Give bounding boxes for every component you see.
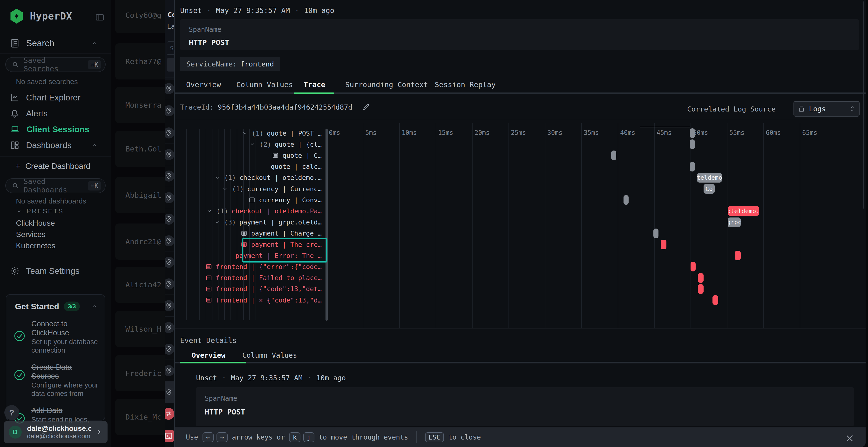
sidebar-item-alerts[interactable]: Alerts	[0, 105, 111, 122]
rail-event-location[interactable]	[165, 143, 174, 166]
rail-event-location[interactable]	[165, 230, 174, 252]
span-bar[interactable]	[698, 284, 704, 294]
span-bar[interactable]	[623, 195, 628, 205]
rail-event-location[interactable]	[165, 359, 174, 381]
rail-event-location[interactable]	[165, 122, 174, 144]
user-menu[interactable]: D dale@clickhouse.com dale@clickhouse.co…	[4, 421, 107, 443]
trace-drawer: Unset · May 27 9:35:57 AM · 10m ago Span…	[174, 0, 866, 447]
span-bar[interactable]	[661, 240, 666, 249]
location-pin-icon	[165, 387, 174, 398]
rail-event-location[interactable]	[165, 316, 174, 338]
saved-dashboards-input[interactable]: Saved Dashboards ⌘K	[5, 178, 105, 193]
tab-session-replay[interactable]: Session Replay	[435, 80, 496, 89]
sidebar-item-chart-explorer[interactable]: Chart Explorer	[0, 90, 111, 105]
rail-event-location[interactable]	[165, 295, 174, 316]
sidebar-item-dashboards[interactable]: Dashboards	[0, 137, 111, 153]
span-bar[interactable]	[735, 251, 741, 260]
exchange-icon	[165, 408, 174, 420]
location-pin-icon	[165, 365, 174, 376]
tab-overview[interactable]: Overview	[186, 80, 221, 89]
trace-tree-row[interactable]: frontend | × {"code":13,"d…	[205, 295, 322, 306]
trace-tree-row[interactable]: frontend | {"code":13,"det…	[205, 283, 322, 295]
help-button[interactable]: ?	[4, 405, 19, 420]
trace-tree-row[interactable]: payment | Charge …	[240, 228, 322, 239]
saved-searches-input[interactable]: Saved Searches ⌘K	[5, 57, 105, 72]
presets-toggle[interactable]: PRESETS	[16, 208, 64, 215]
rail-search-input[interactable]: Sea	[166, 41, 174, 55]
tab-trace[interactable]: Trace	[304, 80, 325, 89]
tab-column-values[interactable]: Column Values	[236, 80, 293, 89]
edit-icon[interactable]	[362, 103, 370, 111]
waterfall-scrollbar[interactable]	[326, 129, 328, 321]
session-card[interactable]: Wilson_H	[115, 311, 165, 347]
span-bar[interactable]	[611, 150, 616, 160]
rail-event-location[interactable]	[165, 77, 174, 100]
terminal-icon	[165, 430, 174, 442]
span-bar[interactable]	[653, 229, 658, 238]
event-details-tab-overview[interactable]: Overview	[192, 351, 225, 359]
rail-event-location[interactable]	[165, 251, 174, 273]
trace-tree-row[interactable]: (1)quote | POST …	[241, 128, 322, 139]
session-card[interactable]: Monserra	[115, 87, 165, 123]
sidebar-collapse-icon[interactable]	[94, 12, 105, 22]
sidebar-item-client-sessions[interactable]: Client Sessions	[0, 122, 111, 137]
close-icon[interactable]	[845, 434, 855, 443]
trace-tree-row[interactable]: (1)checkout | oteldemo.Pa…	[206, 205, 322, 216]
span-bar[interactable]: oteldemo.	[728, 206, 759, 216]
trace-tree-row[interactable]: quote | C…	[272, 150, 322, 161]
span-bar[interactable]	[690, 162, 695, 171]
rail-event-location[interactable]	[165, 187, 174, 209]
rail-event-location[interactable]	[165, 273, 174, 295]
session-card[interactable]: Frederic	[115, 355, 165, 391]
grid-icon	[10, 140, 20, 150]
trace-tree-row[interactable]: (1)checkout | oteldemo.…	[214, 172, 322, 183]
span-bar[interactable]: Co	[704, 184, 714, 194]
session-card[interactable]: Coty60@g	[115, 0, 165, 33]
trace-tree-row[interactable]: (2)quote | {cl…	[249, 139, 322, 150]
session-card[interactable]: Beth.Gol	[115, 131, 165, 167]
rail-event-location[interactable]	[165, 100, 174, 122]
drawer-scrollbar[interactable]	[863, 1, 864, 209]
hyperdx-logo-icon[interactable]	[10, 9, 24, 24]
span-bar[interactable]: oteldemo.	[697, 173, 722, 182]
rail-event-location[interactable]	[165, 165, 174, 187]
preset-link-clickhouse[interactable]: ClickHouse	[16, 219, 55, 228]
tab-surrounding-context[interactable]: Surrounding Context	[345, 80, 428, 89]
chevron-right-icon	[96, 428, 103, 436]
preset-link-kubernetes[interactable]: Kubernetes	[16, 241, 56, 250]
session-card[interactable]: Dixie_Mc	[115, 399, 165, 435]
sidebar-item-team-settings[interactable]: Team Settings	[0, 263, 111, 279]
trace-tree-row[interactable]: frontend | {"error":{"code…	[205, 261, 322, 272]
get-started-item[interactable]: Connect to ClickHouseSet up your databas…	[13, 319, 100, 354]
session-card[interactable]: Retha77@	[115, 43, 165, 79]
event-details-tab-column-values[interactable]: Column Values	[242, 351, 297, 359]
divider	[175, 328, 866, 329]
rail-event-terminal[interactable]	[165, 425, 174, 447]
chevron-up-icon[interactable]	[91, 303, 99, 309]
create-dashboard-button[interactable]: + Create Dashboard	[0, 160, 111, 173]
rail-event-location[interactable]	[165, 381, 174, 403]
span-bar[interactable]	[698, 273, 704, 283]
log-source-select[interactable]: Logs	[794, 101, 860, 116]
rail-event-location[interactable]	[165, 338, 174, 360]
sidebar-item-search[interactable]: Search	[0, 35, 111, 51]
session-card[interactable]: Abbigail	[115, 177, 165, 213]
span-bar[interactable]	[712, 295, 718, 305]
rail-button[interactable]	[166, 58, 174, 72]
rail-event-exchange[interactable]	[165, 403, 174, 424]
span-bar[interactable]	[690, 262, 695, 271]
session-card[interactable]: Andre21@	[115, 224, 165, 260]
rail-event-location[interactable]	[165, 208, 174, 230]
session-card[interactable]: Alicia42	[115, 267, 165, 303]
trace-tree-row[interactable]: (3)payment | grpc.oteld…	[214, 217, 322, 228]
span-bar[interactable]: grpc	[728, 217, 741, 227]
span-bar[interactable]	[690, 128, 695, 138]
get-started-item[interactable]: Create Data SourcesConfigure where your …	[13, 363, 100, 398]
service-chip[interactable]: ServiceName: frontend	[180, 57, 280, 71]
trace-tree-row[interactable]: frontend | Failed to place…	[205, 272, 322, 283]
trace-tree-row[interactable]: currency | Conv…	[248, 194, 322, 205]
trace-tree-row[interactable]: (1)currency | Currenc…	[221, 183, 322, 194]
preset-link-services[interactable]: Services	[16, 230, 45, 239]
trace-tree-row[interactable]: quote | calc…	[271, 161, 322, 172]
span-bar[interactable]	[690, 139, 695, 149]
